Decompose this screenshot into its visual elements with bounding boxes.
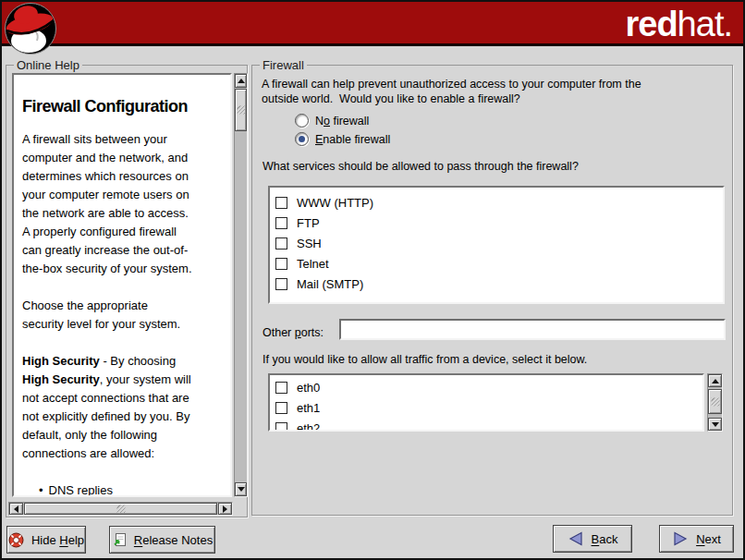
back-label: Back: [592, 532, 618, 546]
arrow-right-icon: [223, 505, 227, 513]
wordmark-rest: hat.: [678, 5, 732, 43]
devices-question: If you would like to allow all traffic f…: [263, 352, 587, 367]
firewall-frame: Firewall A firewall can help prevent una…: [251, 65, 733, 516]
arrow-left-icon: [14, 505, 18, 513]
wordmark-bold: red: [625, 5, 677, 43]
installer-window: redhat. Online Help Firewall Configurati…: [0, 0, 745, 560]
service-row[interactable]: SSH: [270, 233, 723, 253]
hide-help-label: Hide Help: [31, 533, 84, 547]
checkbox-icon[interactable]: [275, 258, 287, 270]
release-notes-button[interactable]: Release Notes: [109, 526, 215, 554]
scroll-right-button[interactable]: [218, 503, 232, 515]
devices-vertical-scrollbar[interactable]: [707, 373, 723, 432]
checkbox-icon[interactable]: [275, 382, 287, 394]
top-banner: redhat.: [2, 2, 743, 46]
release-notes-label: Release Notes: [134, 533, 213, 547]
other-ports-input[interactable]: [339, 319, 726, 340]
radio-no-firewall[interactable]: No firewall: [295, 114, 369, 128]
radio-button-icon[interactable]: [295, 114, 309, 128]
radio-no-firewall-label: No firewall: [315, 115, 369, 128]
online-help-frame-label: Online Help: [14, 58, 82, 72]
service-label: SSH: [297, 237, 322, 250]
checkbox-icon[interactable]: [275, 402, 287, 414]
scrollbar-thumb[interactable]: [235, 89, 247, 131]
scroll-down-button[interactable]: [708, 418, 722, 431]
next-label: Next: [696, 532, 721, 546]
release-notes-icon: [112, 532, 127, 547]
thumb-grip-icon: [711, 397, 719, 406]
services-question: What services should be allowed to pass …: [263, 159, 579, 174]
other-ports-label: Other ports:: [263, 325, 324, 340]
scroll-left-button[interactable]: [9, 503, 23, 515]
help-paragraph-1: A firewall sits between your computer an…: [22, 130, 228, 278]
service-label: Mail (SMTP): [297, 277, 363, 291]
arrow-up-icon: [238, 79, 245, 83]
help-title: Firewall Configuration: [22, 97, 228, 116]
radio-enable-firewall-label: Enable firewall: [315, 133, 390, 146]
device-row[interactable]: eth0: [270, 377, 702, 397]
radio-enable-firewall[interactable]: Enable firewall: [295, 132, 390, 146]
help-text-area: Firewall Configuration A firewall sits b…: [12, 73, 232, 497]
firewall-intro-text: A firewall can help prevent unauthorized…: [262, 77, 641, 106]
help-paragraph-2: Choose the appropriate security level fo…: [22, 297, 228, 334]
thumb-grip-icon: [116, 505, 125, 513]
thumb-grip-icon: [237, 106, 245, 115]
firewall-frame-label: Firewall: [260, 58, 307, 72]
arrow-down-icon: [238, 487, 245, 492]
scrollbar-thumb[interactable]: [24, 503, 217, 515]
next-button[interactable]: Next: [659, 525, 734, 553]
checkbox-icon[interactable]: [275, 217, 287, 229]
checkbox-icon[interactable]: [275, 197, 287, 209]
service-row[interactable]: Mail (SMTP): [270, 274, 723, 294]
checkbox-icon[interactable]: [275, 422, 287, 432]
scroll-up-button[interactable]: [235, 74, 247, 88]
help-horizontal-scrollbar[interactable]: [8, 502, 233, 516]
device-label: eth2: [297, 421, 320, 432]
online-help-frame: Online Help Firewall Configuration A fir…: [6, 65, 248, 517]
service-label: Telnet: [297, 257, 329, 271]
redhat-shadowman-icon: [4, 2, 57, 55]
device-label: eth0: [297, 381, 320, 395]
help-vertical-scrollbar[interactable]: [234, 73, 248, 497]
devices-list[interactable]: eth0 eth1 eth2: [268, 373, 704, 432]
device-row[interactable]: eth2: [270, 418, 702, 432]
device-row[interactable]: eth1: [270, 397, 702, 418]
help-paragraph-3: High Security - By choosing High Securit…: [22, 352, 228, 463]
next-arrow-icon: [672, 531, 689, 546]
checkbox-icon[interactable]: [275, 237, 287, 250]
services-list[interactable]: WWW (HTTP) FTP SSH Telnet Mail (SMTP): [268, 186, 725, 304]
arrow-up-icon: [712, 379, 719, 383]
redhat-wordmark: redhat.: [625, 3, 732, 45]
back-button[interactable]: Back: [553, 525, 632, 553]
service-label: WWW (HTTP): [297, 196, 373, 210]
service-row[interactable]: Telnet: [270, 253, 723, 274]
hide-help-button[interactable]: Hide Help: [6, 526, 86, 554]
help-bold-term: High Security: [22, 354, 100, 368]
arrow-down-icon: [712, 422, 719, 427]
scroll-down-button[interactable]: [235, 482, 247, 496]
scroll-up-button[interactable]: [708, 374, 722, 387]
lifebuoy-icon: [8, 532, 24, 548]
service-row[interactable]: FTP: [270, 213, 723, 233]
checkbox-icon[interactable]: [275, 278, 287, 290]
back-arrow-icon: [568, 531, 584, 546]
device-label: eth1: [297, 401, 320, 415]
radio-button-selected-icon[interactable]: [295, 132, 309, 146]
help-bullet-item: •DNS replies: [22, 481, 228, 497]
service-label: FTP: [297, 216, 320, 230]
bullet-icon: •: [39, 483, 43, 497]
scrollbar-thumb[interactable]: [708, 389, 722, 414]
help-bold-term: High Security: [22, 372, 100, 386]
service-row[interactable]: WWW (HTTP): [270, 192, 723, 213]
